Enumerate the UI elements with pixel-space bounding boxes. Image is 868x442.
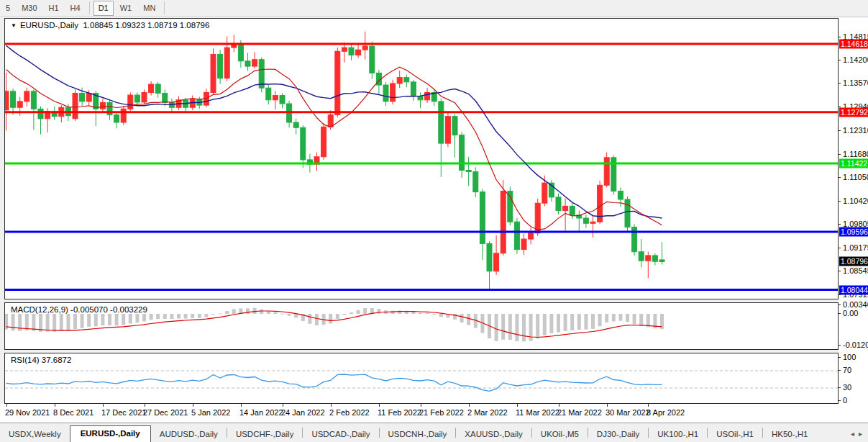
date-axis-label[interactable]: 30 Mar 2022 <box>606 408 650 417</box>
candle-body <box>321 127 326 157</box>
rsi-line <box>6 374 662 391</box>
price-level-badge[interactable]: 1.12792 <box>839 108 868 117</box>
macd-histogram-bar <box>294 314 298 317</box>
rsi-axis-tick <box>839 400 841 401</box>
macd-histogram-bar <box>198 314 201 318</box>
date-axis-label[interactable]: 21 Mar 2022 <box>557 408 602 417</box>
date-axis-label[interactable]: 29 Nov 2021 <box>5 408 50 417</box>
symbol-tab-usdchf-daily[interactable]: USDCHF-,Daily <box>227 427 303 442</box>
date-axis-label[interactable]: 17 Dec 2021 <box>101 408 146 417</box>
timeframe-button-mn[interactable]: MN <box>138 1 160 16</box>
macd-panel[interactable]: MACD(12,26,9) -0.005070 -0.003229 <box>4 302 839 350</box>
timeframe-button-m30[interactable]: M30 <box>17 1 42 16</box>
timeframe-button-h1[interactable]: H1 <box>44 1 64 16</box>
macd-histogram-bar <box>522 314 526 341</box>
macd-histogram-bar <box>411 312 415 314</box>
price-level-badge[interactable]: 1.11422 <box>839 159 868 168</box>
candle-body <box>501 191 506 253</box>
candle-body <box>335 51 340 114</box>
timeframe-button-d1[interactable]: D1 <box>93 1 114 16</box>
date-axis-tick <box>283 404 283 407</box>
candle-body <box>252 60 257 66</box>
candle-body <box>563 206 568 210</box>
macd-histogram-bar <box>25 314 29 330</box>
candle-body <box>114 115 119 122</box>
macd-axis-tick <box>839 313 841 314</box>
symbol-tab-eurusd-daily[interactable]: EURUSD-,Daily <box>70 425 151 442</box>
tab-scroll-left-icon[interactable]: ◂ <box>851 430 854 438</box>
date-axis-tick <box>469 404 470 407</box>
date-axis-label[interactable]: 11 Feb 2022 <box>378 408 421 417</box>
macd-histogram-bar <box>211 314 215 315</box>
macd-histogram-bar <box>515 314 518 341</box>
date-axis-label[interactable]: 2 Feb 2022 <box>329 408 370 417</box>
date-axis-label[interactable]: 24 Jan 2022 <box>281 408 325 417</box>
macd-histogram-bar <box>570 314 574 330</box>
chevron-down-icon[interactable]: ▼ <box>11 22 17 29</box>
candle-body <box>100 102 105 109</box>
date-axis-label[interactable]: 5 Jan 2022 <box>191 408 230 417</box>
candle-body <box>583 218 588 223</box>
macd-histogram-bar <box>639 314 643 326</box>
date-axis-label[interactable]: 21 Feb 2022 <box>419 408 464 417</box>
price-axis-tick <box>839 177 841 178</box>
timeframe-button-5[interactable]: 5 <box>1 1 15 16</box>
candle-body <box>425 92 430 99</box>
macd-histogram-bar <box>156 314 160 319</box>
timeframe-button-w1[interactable]: W1 <box>115 1 137 16</box>
macd-histogram-bar <box>260 310 263 314</box>
moving-average-slow <box>6 45 662 218</box>
symbol-tab-usdcnh-daily[interactable]: USDCNH-,Daily <box>380 427 456 442</box>
rsi-axis-label: 100 <box>843 353 856 361</box>
tab-scroll-arrows: ◂▸ <box>851 430 868 442</box>
date-axis-tick <box>559 404 559 407</box>
date-axis-tick <box>241 404 242 407</box>
timeframe-button-h4[interactable]: H4 <box>65 1 86 16</box>
price-level-badge[interactable]: 1.08044 <box>839 286 868 295</box>
symbol-tab-hk50-h1[interactable]: HK50-,H1 <box>763 427 817 442</box>
macd-histogram-bar <box>60 314 63 331</box>
date-axis-label[interactable]: 8 Dec 2021 <box>53 408 93 417</box>
symbol-tab-xauusd-daily[interactable]: XAUUSD-,Daily <box>456 427 531 442</box>
macd-histogram-bar <box>52 314 56 332</box>
date-axis-label[interactable]: 2 Mar 2022 <box>467 408 508 417</box>
rsi-axis-tick <box>839 370 841 371</box>
rsi-panel[interactable]: RSI(14) 37.6872 <box>4 353 839 404</box>
candle-body <box>362 46 367 50</box>
candle-body <box>625 199 630 227</box>
macd-histogram-bar <box>432 314 436 315</box>
macd-histogram-bar <box>32 314 35 331</box>
date-axis-label[interactable]: 11 Mar 2022 <box>516 408 559 417</box>
symbol-tab-audusd-daily[interactable]: AUDUSD-,Daily <box>151 427 227 442</box>
candle-body <box>356 50 361 55</box>
macd-histogram-bar <box>46 314 50 332</box>
date-axis-tick <box>607 404 608 407</box>
macd-histogram-bar <box>81 314 84 328</box>
price-chart-panel[interactable]: ▼EURUSD-,Daily 1.08845 1.09323 1.08719 1… <box>4 18 839 299</box>
macd-histogram-bar <box>584 314 588 330</box>
symbol-tab-usoil-h1[interactable]: USOil-,H1 <box>708 427 762 442</box>
macd-histogram-bar <box>163 314 167 319</box>
macd-axis-tick <box>839 345 841 346</box>
macd-histogram-bar <box>577 314 581 330</box>
symbol-tab-uk100-h1[interactable]: UK100-,H1 <box>649 427 707 442</box>
macd-histogram-bar <box>536 314 539 338</box>
price-axis[interactable]: 1.148151.142001.135701.129401.123101.116… <box>839 18 868 404</box>
symbol-tab-usdx-weekly[interactable]: USDX,Weekly <box>0 427 70 442</box>
macd-histogram-bar <box>87 314 91 327</box>
date-axis-label[interactable]: 8 Apr 2022 <box>647 408 685 417</box>
price-axis-label: 1.14200 <box>843 55 868 64</box>
macd-histogram-bar <box>177 314 181 318</box>
tab-scroll-right-icon[interactable]: ▸ <box>859 430 862 438</box>
symbol-tab-dj30-daily[interactable]: DJ30-,Daily <box>588 427 648 442</box>
candle-body <box>273 96 278 100</box>
symbol-tab-usdcad-daily[interactable]: USDCAD-,Daily <box>303 427 378 442</box>
price-level-badge[interactable]: 1.09596 <box>839 227 868 237</box>
date-axis[interactable]: 29 Nov 20218 Dec 202117 Dec 202127 Dec 2… <box>0 404 868 423</box>
date-axis-label[interactable]: 27 Dec 2021 <box>143 408 188 417</box>
symbol-tab-ukoil-m5[interactable]: UKOil-,M5 <box>532 427 588 442</box>
price-axis-tick <box>839 248 841 248</box>
macd-histogram-bar <box>142 314 146 321</box>
price-level-badge[interactable]: 1.14618 <box>839 40 868 49</box>
date-axis-label[interactable]: 14 Jan 2022 <box>239 408 283 417</box>
